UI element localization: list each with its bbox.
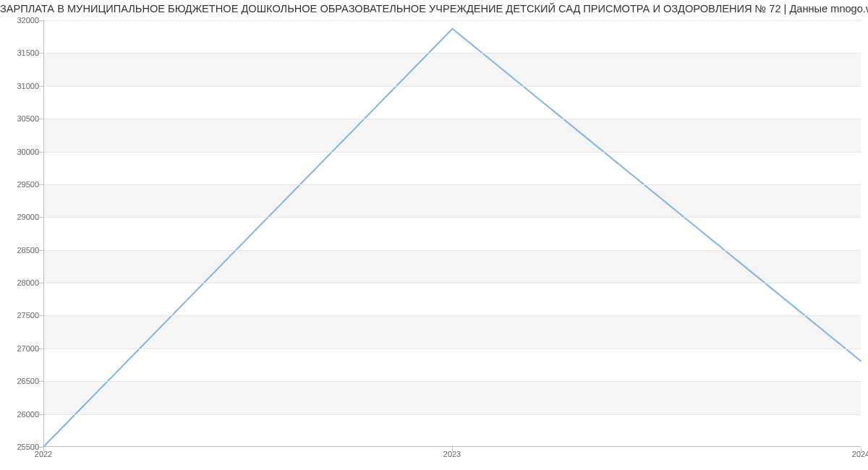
gridline: [44, 86, 861, 87]
y-tick-label: 28000: [17, 278, 39, 287]
gridline: [44, 283, 861, 283]
y-tick-mark: [39, 250, 43, 251]
y-tick-label: 31000: [17, 82, 39, 90]
gridline: [44, 250, 861, 251]
y-tick-mark: [39, 53, 43, 54]
y-tick-mark: [39, 217, 43, 218]
y-tick-label: 28500: [17, 246, 39, 255]
y-tick-mark: [39, 184, 43, 185]
y-tick-mark: [39, 119, 43, 119]
y-tick-label: 31500: [17, 48, 39, 57]
x-tick-label: 2024: [852, 450, 868, 458]
y-tick-label: 30500: [17, 114, 39, 123]
y-tick-label: 30000: [17, 148, 39, 156]
x-tick-mark: [43, 447, 44, 451]
gridline: [44, 381, 861, 382]
y-tick-mark: [39, 20, 43, 21]
chart-title: ЗАРПЛАТА В МУНИЦИПАЛЬНОЕ БЮДЖЕТНОЕ ДОШКО…: [0, 3, 868, 14]
gridline: [44, 217, 861, 218]
y-tick-mark: [39, 414, 43, 415]
y-tick-mark: [39, 315, 43, 316]
salary-line-chart: ЗАРПЛАТА В МУНИЦИПАЛЬНОЕ БЮДЖЕТНОЕ ДОШКО…: [0, 0, 868, 470]
y-tick-label: 27000: [17, 344, 39, 353]
gridline: [44, 315, 861, 316]
y-tick-mark: [39, 283, 43, 283]
y-tick-label: 32000: [17, 16, 39, 25]
y-tick-mark: [39, 86, 43, 87]
gridline: [44, 20, 861, 21]
x-tick-mark: [861, 447, 861, 451]
gridline: [44, 184, 861, 185]
y-tick-label: 26000: [17, 410, 39, 419]
line-series: [44, 20, 861, 446]
gridline: [44, 53, 861, 54]
y-tick-mark: [39, 152, 43, 153]
y-tick-label: 29500: [17, 180, 39, 189]
gridline: [44, 152, 861, 153]
gridline: [44, 349, 861, 349]
y-tick-label: 26500: [17, 377, 39, 385]
y-tick-mark: [39, 349, 43, 349]
y-tick-label: 29000: [17, 213, 39, 221]
y-tick-mark: [39, 381, 43, 382]
gridline: [44, 119, 861, 119]
y-tick-label: 27500: [17, 311, 39, 320]
plot-area: [43, 20, 861, 447]
x-tick-mark: [452, 447, 453, 451]
gridline: [44, 414, 861, 415]
